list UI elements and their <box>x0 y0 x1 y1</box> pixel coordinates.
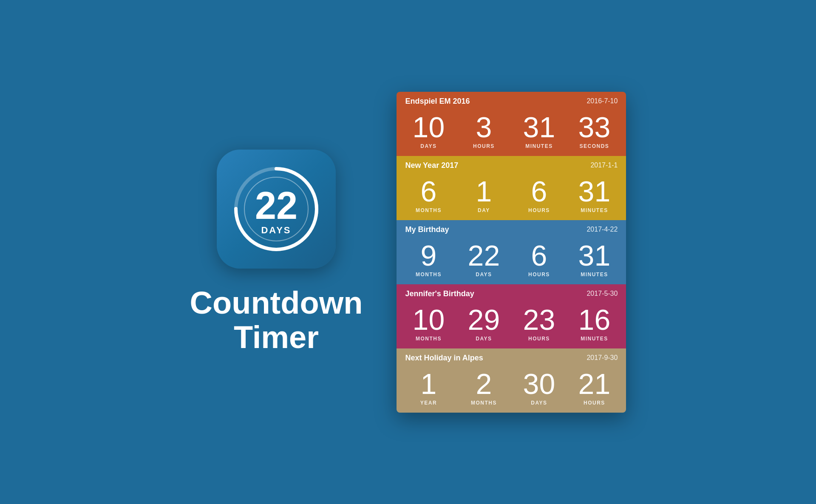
countdown-values-endspiel: 10DAYS3HOURS31MINUTES33SECONDS <box>397 109 626 156</box>
value-label: DAYS <box>476 272 492 277</box>
value-number: 31 <box>523 113 555 142</box>
value-block: 31MINUTES <box>511 113 567 149</box>
value-label: MONTHS <box>471 400 497 406</box>
value-label: DAY <box>478 207 490 213</box>
value-block: 1YEAR <box>401 369 456 406</box>
value-number: 10 <box>413 113 445 142</box>
value-number: 22 <box>468 241 500 270</box>
value-block: 3HOURS <box>456 113 511 149</box>
countdown-values-my-birthday: 9MONTHS22DAYS6HOURS31MINUTES <box>397 238 626 284</box>
value-label: YEAR <box>420 400 437 406</box>
icon-inner: 22 DAYS <box>232 164 321 254</box>
icon-number: 22 <box>255 187 298 225</box>
value-number: 6 <box>531 177 547 206</box>
countdown-item-new-year: New Year 20172017-1-16MONTHS1DAY6HOURS31… <box>397 156 626 220</box>
value-number: 31 <box>578 241 611 270</box>
countdown-title-jennifer-birthday: Jennifer's Birthday <box>405 289 474 298</box>
icon-days-label: DAYS <box>261 225 291 236</box>
value-label: MONTHS <box>416 272 442 277</box>
value-block: 22DAYS <box>456 241 511 277</box>
value-label: HOURS <box>528 207 550 213</box>
value-block: 21HOURS <box>567 369 622 406</box>
countdown-title-endspiel: Endspiel EM 2016 <box>405 97 470 106</box>
value-number: 21 <box>578 369 611 398</box>
countdown-list: Endspiel EM 20162016-7-1010DAYS3HOURS31M… <box>397 92 626 413</box>
value-block: 31MINUTES <box>567 177 622 213</box>
value-number: 29 <box>468 305 500 334</box>
value-number: 23 <box>523 305 555 334</box>
value-label: SECONDS <box>580 143 609 149</box>
value-number: 2 <box>476 369 492 398</box>
countdown-date-my-birthday: 2017-4-22 <box>586 226 618 233</box>
value-block: 29DAYS <box>456 305 511 342</box>
countdown-title-new-year: New Year 2017 <box>405 161 458 170</box>
value-number: 1 <box>421 369 437 398</box>
value-label: MINUTES <box>525 143 553 149</box>
value-block: 6HOURS <box>511 241 567 277</box>
value-block: 10DAYS <box>401 113 456 149</box>
value-block: 30DAYS <box>511 369 567 406</box>
value-block: 6MONTHS <box>401 177 456 213</box>
value-block: 9MONTHS <box>401 241 456 277</box>
countdown-header-my-birthday: My Birthday2017-4-22 <box>397 220 626 238</box>
value-number: 31 <box>578 177 611 206</box>
value-number: 16 <box>578 305 611 334</box>
countdown-header-next-holiday: Next Holiday in Alpes2017-9-30 <box>397 348 626 366</box>
countdown-date-next-holiday: 2017-9-30 <box>586 354 618 362</box>
value-block: 2MONTHS <box>456 369 511 406</box>
value-number: 33 <box>578 113 611 142</box>
value-block: 31MINUTES <box>567 241 622 277</box>
value-block: 33SECONDS <box>567 113 622 149</box>
value-number: 3 <box>476 113 492 142</box>
app-title: Countdown Timer <box>190 286 363 355</box>
value-label: DAYS <box>420 143 436 149</box>
value-number: 1 <box>476 177 492 206</box>
value-number: 9 <box>421 241 437 270</box>
countdown-title-next-holiday: Next Holiday in Alpes <box>405 354 483 362</box>
value-label: MINUTES <box>581 336 608 342</box>
countdown-date-jennifer-birthday: 2017-5-30 <box>586 290 618 297</box>
value-block: 6HOURS <box>511 177 567 213</box>
value-block: 23HOURS <box>511 305 567 342</box>
value-label: MINUTES <box>581 207 608 213</box>
value-number: 30 <box>523 369 555 398</box>
value-label: DAYS <box>476 336 492 342</box>
value-label: DAYS <box>531 400 547 406</box>
left-panel: 22 DAYS Countdown Timer <box>190 150 363 355</box>
countdown-date-new-year: 2017-1-1 <box>590 161 618 169</box>
countdown-item-endspiel: Endspiel EM 20162016-7-1010DAYS3HOURS31M… <box>397 92 626 156</box>
countdown-item-my-birthday: My Birthday2017-4-229MONTHS22DAYS6HOURS3… <box>397 220 626 284</box>
app-icon: 22 DAYS <box>217 150 336 269</box>
value-block: 16MINUTES <box>567 305 622 342</box>
countdown-date-endspiel: 2016-7-10 <box>586 97 618 105</box>
countdown-header-endspiel: Endspiel EM 20162016-7-10 <box>397 92 626 109</box>
value-block: 1DAY <box>456 177 511 213</box>
countdown-title-my-birthday: My Birthday <box>405 225 449 234</box>
countdown-item-jennifer-birthday: Jennifer's Birthday2017-5-3010MONTHS29DA… <box>397 284 626 348</box>
value-label: HOURS <box>528 272 550 277</box>
value-block: 10MONTHS <box>401 305 456 342</box>
main-container: 22 DAYS Countdown Timer Endspiel EM 2016… <box>0 0 816 504</box>
value-label: MONTHS <box>416 336 442 342</box>
countdown-item-next-holiday: Next Holiday in Alpes2017-9-301YEAR2MONT… <box>397 348 626 413</box>
value-label: MONTHS <box>416 207 442 213</box>
value-number: 6 <box>531 241 547 270</box>
countdown-header-jennifer-birthday: Jennifer's Birthday2017-5-30 <box>397 284 626 302</box>
value-number: 6 <box>421 177 437 206</box>
countdown-values-jennifer-birthday: 10MONTHS29DAYS23HOURS16MINUTES <box>397 302 626 348</box>
value-label: MINUTES <box>581 272 608 277</box>
value-label: HOURS <box>584 400 605 406</box>
value-number: 10 <box>413 305 445 334</box>
value-label: HOURS <box>473 143 495 149</box>
value-label: HOURS <box>528 336 550 342</box>
countdown-header-new-year: New Year 20172017-1-1 <box>397 156 626 173</box>
countdown-values-next-holiday: 1YEAR2MONTHS30DAYS21HOURS <box>397 366 626 413</box>
countdown-values-new-year: 6MONTHS1DAY6HOURS31MINUTES <box>397 173 626 220</box>
